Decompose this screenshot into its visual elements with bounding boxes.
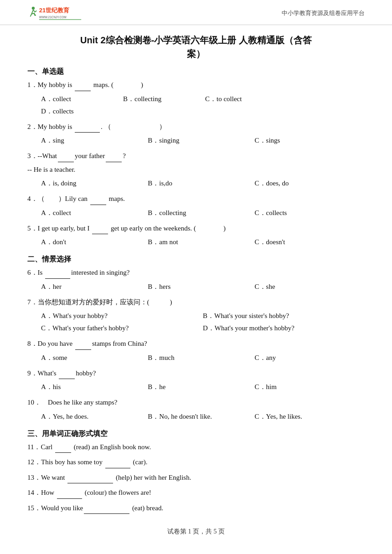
footer-text: 试卷第 1 页，共 5 页 [167, 528, 225, 535]
q3-option-a: A．is, doing [41, 177, 148, 190]
q1-option-d: D．collects [41, 105, 123, 118]
q3-text: 3．--Whatyour father? [27, 150, 365, 162]
q4-text: 4．（ ）Lily can maps. [27, 193, 365, 205]
q8-options: A．some B．much C．any [27, 352, 365, 364]
q1-text: 1．My hobby is maps. ( ) [27, 79, 365, 91]
q9-option-b: B．he [148, 381, 254, 393]
page-content: Unit 2综合检测卷-小学英语六年级上册 人教精通版（含答 案） 一、单选题 … [0, 33, 392, 554]
question-8: 8．Do you have stamps from China? A．some … [27, 338, 365, 364]
q6-options: A．her B．hers C．she [27, 281, 365, 293]
q8-option-b: B．much [148, 352, 254, 364]
q10-option-b: B．No, he doesn't like. [148, 410, 254, 423]
q9-option-c: C．him [255, 381, 361, 393]
q2-option-c: C．sings [255, 134, 361, 147]
question-6: 6．Is interested in singing? A．her B．hers… [27, 267, 365, 293]
svg-point-0 [32, 7, 35, 10]
q14-text: 14．How (colour) the flowers are! [27, 487, 365, 499]
main-title-line1: Unit 2综合检测卷-小学英语六年级上册 人教精通版（含答 [27, 33, 365, 47]
question-9: 9．What's hobby? A．his B．he C．him [27, 368, 365, 394]
q8-text: 8．Do you have stamps from China? [27, 338, 365, 350]
q10-options: A．Yes, he does. B．No, he doesn't like. C… [27, 410, 365, 423]
svg-text:WWW.21CNJY.COM: WWW.21CNJY.COM [39, 15, 67, 19]
logo-area: 21世纪教育 WWW.21CNJY.COM [27, 5, 82, 22]
q5-option-b: B．am not [148, 236, 254, 248]
q2-options: A．sing B．singing C．sings [27, 134, 365, 147]
question-12: 12．This boy has some toy (car). [27, 457, 365, 468]
q2-option-a: A．sing [41, 134, 148, 147]
q4-options: A．collect B．collecting C．collects [27, 207, 365, 219]
question-15: 15．Would you like (eat) bread. [27, 503, 365, 514]
q6-option-c: C．she [255, 281, 361, 293]
q8-option-c: C．any [255, 352, 361, 364]
q7-option-a: A．What's your hobby? [41, 310, 203, 322]
q3-subtext: -- He is a teacher. [27, 164, 365, 176]
question-1: 1．My hobby is maps. ( ) A．collect B．coll… [27, 79, 365, 118]
section3-heading: 三、用单词正确形式填空 [27, 429, 365, 439]
question-2: 2．My hobby is . （ ） A．sing B．singing C．s… [27, 121, 365, 147]
header: 21世纪教育 WWW.21CNJY.COM 中小学教育资源及组卷应用平台 [0, 0, 392, 25]
q10-option-c: C．Yes, he likes. [255, 410, 361, 423]
q3-options: A．is, doing B．is,do C．does, do [27, 177, 365, 190]
main-title-line2: 案） [27, 47, 365, 61]
q1-options: A．collect B．collecting C．to collect D．co… [27, 93, 365, 118]
q7-options: A．What's your hobby? B．What's your siste… [27, 310, 365, 334]
q2-text: 2．My hobby is . （ ） [27, 121, 365, 133]
q1-option-b: B．collecting [123, 93, 205, 105]
question-4: 4．（ ）Lily can maps. A．collect B．collecti… [27, 193, 365, 219]
q12-text: 12．This boy has some toy (car). [27, 457, 365, 468]
q15-text: 15．Would you like (eat) bread. [27, 503, 365, 514]
logo-image: 21世纪教育 WWW.21CNJY.COM [27, 5, 82, 22]
q7-option-c: C．What's your father's hobby? [41, 322, 203, 334]
q7-option-d: D．What's your mother's hobby? [203, 322, 365, 334]
q5-text: 5．I get up early, but I get up early on … [27, 223, 365, 235]
q13-text: 13．We want (help) her with her English. [27, 472, 365, 484]
q9-option-a: A．his [41, 381, 148, 393]
q6-text: 6．Is interested in singing? [27, 267, 365, 279]
question-14: 14．How (colour) the flowers are! [27, 487, 365, 499]
q7-text: 7．当你想知道对方的爱好时，应该问：( ) [27, 297, 365, 308]
question-7: 7．当你想知道对方的爱好时，应该问：( ) A．What's your hobb… [27, 297, 365, 335]
q4-option-c: C．collects [255, 207, 361, 219]
q8-option-a: A．some [41, 352, 148, 364]
q5-option-a: A．don't [41, 236, 148, 248]
q9-options: A．his B．he C．him [27, 381, 365, 393]
q3-option-b: B．is,do [148, 177, 254, 190]
title-block: Unit 2综合检测卷-小学英语六年级上册 人教精通版（含答 案） [27, 33, 365, 61]
q5-option-c: C．doesn't [255, 236, 361, 248]
question-13: 13．We want (help) her with her English. [27, 472, 365, 484]
q6-option-a: A．her [41, 281, 148, 293]
q1-option-c: C．to collect [205, 93, 287, 105]
q4-option-b: B．collecting [148, 207, 254, 219]
q1-option-a: A．collect [41, 93, 123, 105]
question-5: 5．I get up early, but I get up early on … [27, 223, 365, 249]
question-11: 11．Carl (read) an English book now. [27, 441, 365, 453]
q9-text: 9．What's hobby? [27, 368, 365, 380]
q4-option-a: A．collect [41, 207, 148, 219]
q7-option-b: B．What's your sister's hobby? [203, 310, 365, 322]
svg-text:21世纪教育: 21世纪教育 [39, 7, 70, 14]
question-3: 3．--Whatyour father? -- He is a teacher.… [27, 150, 365, 190]
section2-heading: 二、情景选择 [27, 255, 365, 264]
header-tagline: 中小学教育资源及组卷应用平台 [282, 9, 365, 17]
q5-options: A．don't B．am not C．doesn't [27, 236, 365, 248]
q6-option-b: B．hers [148, 281, 254, 293]
question-10: 10． Does he like any stamps? A．Yes, he d… [27, 397, 365, 423]
q3-option-c: C．does, do [255, 177, 361, 190]
q2-option-b: B．singing [148, 134, 254, 147]
q11-text: 11．Carl (read) an English book now. [27, 441, 365, 453]
q10-text: 10． Does he like any stamps? [27, 397, 365, 409]
section1-heading: 一、单选题 [27, 67, 365, 77]
page-footer: 试卷第 1 页，共 5 页 [27, 528, 365, 536]
q10-option-a: A．Yes, he does. [41, 410, 148, 423]
